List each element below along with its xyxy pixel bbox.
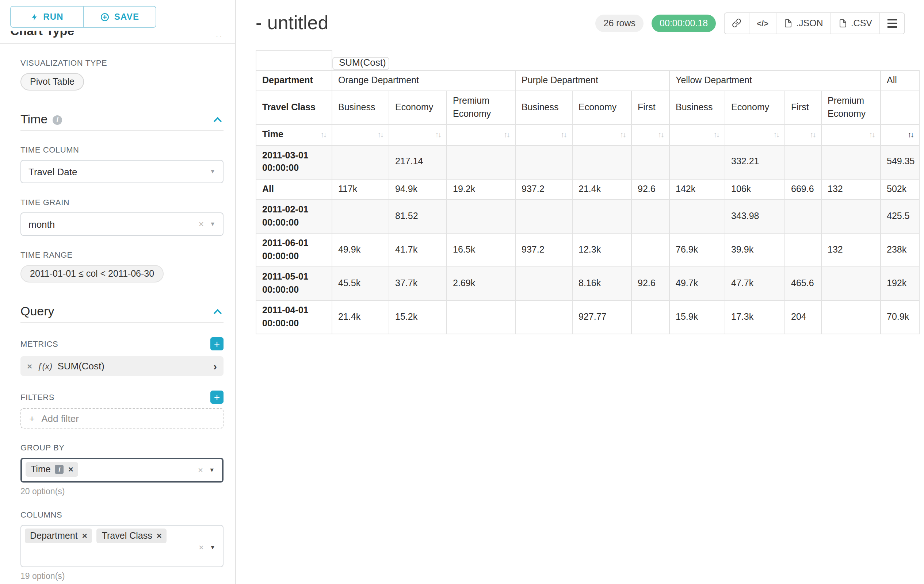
metrics-label: METRICS xyxy=(20,339,58,348)
sort-toggle-icon[interactable]: ↑↓ xyxy=(561,130,566,140)
chart-type-heading-clipbox: Chart Type xyxy=(10,31,74,40)
clear-icon[interactable]: × xyxy=(199,542,204,553)
remove-chip-icon[interactable]: × xyxy=(157,531,162,540)
columns-select[interactable]: Department×Travel Class× × ▼ xyxy=(20,525,223,567)
query-section-header: Query xyxy=(20,304,223,319)
export-json-label: .JSON xyxy=(796,18,823,28)
time-range-label: TIME RANGE xyxy=(20,250,223,259)
menu-button[interactable] xyxy=(879,13,904,33)
pivot-cell: 94.9k xyxy=(389,179,447,200)
run-button[interactable]: RUN xyxy=(11,7,83,27)
pivot-cell xyxy=(785,233,822,267)
sort-toggle-icon[interactable]: ↑↓ xyxy=(869,130,874,140)
caret-right-icon[interactable]: › xyxy=(213,360,217,372)
remove-chip-icon[interactable]: × xyxy=(68,465,73,474)
chevron-up-icon[interactable] xyxy=(214,117,222,125)
sort-toggle-icon[interactable]: ↑↓ xyxy=(620,130,625,140)
sort-toggle-icon[interactable]: ↑↓ xyxy=(773,130,779,140)
pivot-row: 2011-02-01 00:00:0081.52343.98425.5 xyxy=(256,200,919,233)
pivot-cell: 106k xyxy=(725,179,785,200)
pivot-cell: 17.3k xyxy=(725,300,785,334)
pivot-cell: 92.6 xyxy=(632,179,670,200)
clear-icon[interactable]: × xyxy=(198,465,203,475)
column-header: Business xyxy=(515,91,572,125)
metrics-label-row: METRICS + xyxy=(20,337,223,350)
column-header: Economy xyxy=(389,91,447,125)
selected-chip[interactable]: Travel Class× xyxy=(97,528,167,543)
pivot-cell: 70.9k xyxy=(881,300,919,334)
time-grain-select[interactable]: month × ▼ xyxy=(20,212,223,236)
pivot-cell xyxy=(670,200,725,233)
info-icon: i xyxy=(55,465,64,474)
pivot-cell: 117k xyxy=(332,179,389,200)
chevron-up-icon[interactable] xyxy=(214,309,222,317)
time-section-header: Time i xyxy=(20,112,223,127)
sort-toggle-icon[interactable]: ↑↓ xyxy=(658,130,663,140)
add-filter-button[interactable]: + xyxy=(210,391,223,404)
pivot-table: SUM(Cost)DepartmentOrange DepartmentPurp… xyxy=(256,50,920,334)
pivot-cell: 8.16k xyxy=(572,267,632,300)
code-icon: </> xyxy=(757,19,769,27)
metric-chip[interactable]: × ƒ(x) SUM(Cost) › xyxy=(20,356,223,376)
selected-chip[interactable]: Timei× xyxy=(26,462,79,477)
collapse-icon-clipped[interactable]: ·· xyxy=(216,33,223,40)
sort-cell: ↑↓ xyxy=(447,125,515,145)
pivot-cell xyxy=(632,233,670,267)
add-filter-box[interactable]: + Add filter xyxy=(20,408,223,429)
pivot-cell xyxy=(447,200,515,233)
sort-toggle-icon[interactable]: ↑↓ xyxy=(377,130,383,140)
row-label: 2011-04-01 00:00:00 xyxy=(256,300,332,334)
time-range-value[interactable]: 2011-01-01 ≤ col < 2011-06-30 xyxy=(20,265,163,283)
time-column-select[interactable]: Travel Date ▼ xyxy=(20,160,223,183)
section-divider xyxy=(20,322,223,322)
pivot-cell xyxy=(822,300,881,334)
pivot-cell: 19.2k xyxy=(447,179,515,200)
visualization-type-value[interactable]: Pivot Table xyxy=(20,73,84,90)
selected-chip[interactable]: Department× xyxy=(25,528,92,543)
column-header: Premium Economy xyxy=(447,91,515,125)
column-group-header: Yellow Department xyxy=(670,70,881,91)
pivot-cell: 549.35 xyxy=(881,145,919,179)
link-icon xyxy=(732,18,741,28)
query-section-title[interactable]: Query xyxy=(20,304,54,319)
group-by-select[interactable]: Timei× × ▼ xyxy=(20,458,223,482)
pivot-cell: 16.5k xyxy=(447,233,515,267)
pivot-cell: 192k xyxy=(881,267,919,300)
pivot-cell: 217.14 xyxy=(389,145,447,179)
export-csv-label: .CSV xyxy=(851,18,872,28)
remove-chip-icon[interactable]: × xyxy=(82,531,87,540)
pivot-cell: 47.7k xyxy=(725,267,785,300)
sort-toggle-icon[interactable]: ↑↓ xyxy=(320,130,326,140)
sort-toggle-icon[interactable]: ↑↓ xyxy=(435,130,441,140)
export-json-button[interactable]: .JSON xyxy=(776,13,830,33)
pivot-cell: 142k xyxy=(670,179,725,200)
copy-link-button[interactable] xyxy=(724,13,749,33)
sort-toggle-icon[interactable]: ↑↓ xyxy=(810,130,815,140)
chart-title[interactable]: - untitled xyxy=(256,12,328,34)
sort-desc-active-icon[interactable]: ↑↓ xyxy=(908,130,913,140)
remove-metric-icon[interactable]: × xyxy=(27,361,32,371)
pivot-cell: 343.98 xyxy=(725,200,785,233)
filters-label-row: FILTERS + xyxy=(20,391,223,404)
columns-axis-label: Department xyxy=(256,70,332,91)
pivot-row: 2011-05-01 00:00:0045.5k37.7k2.69k8.16k9… xyxy=(256,267,919,300)
pivot-cell: 669.6 xyxy=(785,179,822,200)
time-grain-label: TIME GRAIN xyxy=(20,198,223,207)
sort-toggle-icon[interactable]: ↑↓ xyxy=(504,130,509,140)
sort-toggle-icon[interactable]: ↑↓ xyxy=(713,130,719,140)
clear-icon[interactable]: × xyxy=(199,219,204,229)
add-metric-button[interactable]: + xyxy=(210,337,223,350)
chart-type-section-title: Chart Type xyxy=(10,31,74,39)
pivot-cell xyxy=(447,300,515,334)
columns-label: COLUMNS xyxy=(20,510,223,519)
time-section-title[interactable]: Time xyxy=(20,112,48,127)
run-save-bar: RUN SAVE xyxy=(0,0,235,31)
export-csv-button[interactable]: .CSV xyxy=(830,13,879,33)
embed-code-button[interactable]: </> xyxy=(749,13,776,33)
pivot-cell: 132 xyxy=(822,233,881,267)
save-button[interactable]: SAVE xyxy=(83,7,155,27)
column-header: Premium Economy xyxy=(822,91,881,125)
chevron-down-icon: ▼ xyxy=(209,467,215,474)
pivot-cell: 39.9k xyxy=(725,233,785,267)
pivot-cell xyxy=(822,200,881,233)
